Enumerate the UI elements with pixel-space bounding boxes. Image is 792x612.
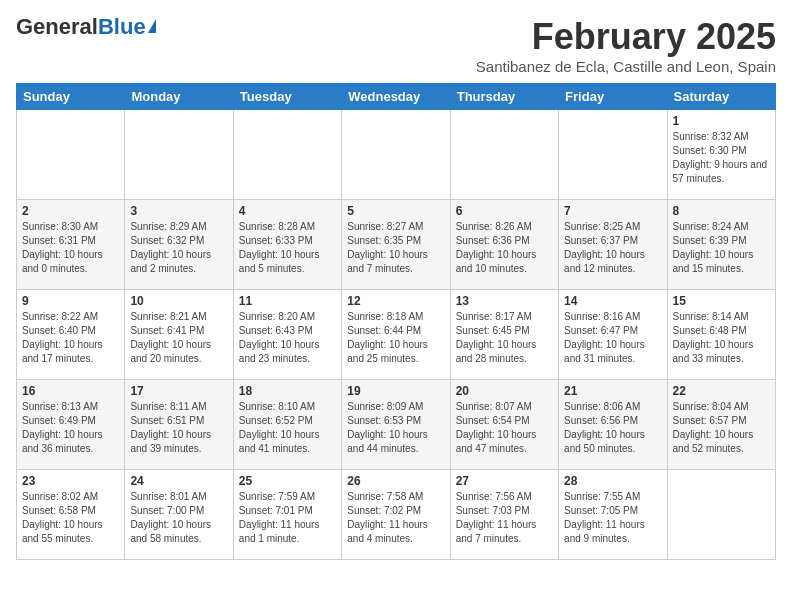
day-number: 8	[673, 204, 770, 218]
calendar-cell	[450, 110, 558, 200]
calendar-cell: 21Sunrise: 8:06 AM Sunset: 6:56 PM Dayli…	[559, 380, 667, 470]
day-info: Sunrise: 8:06 AM Sunset: 6:56 PM Dayligh…	[564, 400, 661, 456]
day-number: 15	[673, 294, 770, 308]
day-number: 24	[130, 474, 227, 488]
weekday-header: Wednesday	[342, 84, 450, 110]
day-number: 19	[347, 384, 444, 398]
calendar-cell	[125, 110, 233, 200]
day-number: 12	[347, 294, 444, 308]
day-info: Sunrise: 8:24 AM Sunset: 6:39 PM Dayligh…	[673, 220, 770, 276]
weekday-header: Tuesday	[233, 84, 341, 110]
calendar-cell: 3Sunrise: 8:29 AM Sunset: 6:32 PM Daylig…	[125, 200, 233, 290]
day-number: 16	[22, 384, 119, 398]
calendar-week-row: 9Sunrise: 8:22 AM Sunset: 6:40 PM Daylig…	[17, 290, 776, 380]
calendar-cell: 2Sunrise: 8:30 AM Sunset: 6:31 PM Daylig…	[17, 200, 125, 290]
day-info: Sunrise: 8:32 AM Sunset: 6:30 PM Dayligh…	[673, 130, 770, 186]
day-info: Sunrise: 8:29 AM Sunset: 6:32 PM Dayligh…	[130, 220, 227, 276]
day-info: Sunrise: 7:56 AM Sunset: 7:03 PM Dayligh…	[456, 490, 553, 546]
calendar-cell: 4Sunrise: 8:28 AM Sunset: 6:33 PM Daylig…	[233, 200, 341, 290]
calendar-cell: 6Sunrise: 8:26 AM Sunset: 6:36 PM Daylig…	[450, 200, 558, 290]
day-number: 14	[564, 294, 661, 308]
day-number: 27	[456, 474, 553, 488]
calendar-cell	[233, 110, 341, 200]
calendar-cell: 26Sunrise: 7:58 AM Sunset: 7:02 PM Dayli…	[342, 470, 450, 560]
day-info: Sunrise: 8:01 AM Sunset: 7:00 PM Dayligh…	[130, 490, 227, 546]
day-info: Sunrise: 8:11 AM Sunset: 6:51 PM Dayligh…	[130, 400, 227, 456]
day-number: 18	[239, 384, 336, 398]
calendar-cell: 9Sunrise: 8:22 AM Sunset: 6:40 PM Daylig…	[17, 290, 125, 380]
month-title: February 2025	[476, 16, 776, 58]
calendar-cell: 7Sunrise: 8:25 AM Sunset: 6:37 PM Daylig…	[559, 200, 667, 290]
day-number: 11	[239, 294, 336, 308]
logo: General Blue	[16, 16, 156, 38]
day-info: Sunrise: 8:25 AM Sunset: 6:37 PM Dayligh…	[564, 220, 661, 276]
day-number: 22	[673, 384, 770, 398]
day-info: Sunrise: 8:18 AM Sunset: 6:44 PM Dayligh…	[347, 310, 444, 366]
day-info: Sunrise: 8:16 AM Sunset: 6:47 PM Dayligh…	[564, 310, 661, 366]
day-info: Sunrise: 8:17 AM Sunset: 6:45 PM Dayligh…	[456, 310, 553, 366]
day-number: 10	[130, 294, 227, 308]
calendar-table: SundayMondayTuesdayWednesdayThursdayFrid…	[16, 83, 776, 560]
day-number: 20	[456, 384, 553, 398]
day-number: 1	[673, 114, 770, 128]
calendar-cell: 28Sunrise: 7:55 AM Sunset: 7:05 PM Dayli…	[559, 470, 667, 560]
calendar-cell: 18Sunrise: 8:10 AM Sunset: 6:52 PM Dayli…	[233, 380, 341, 470]
day-number: 23	[22, 474, 119, 488]
day-number: 3	[130, 204, 227, 218]
calendar-week-row: 16Sunrise: 8:13 AM Sunset: 6:49 PM Dayli…	[17, 380, 776, 470]
day-number: 13	[456, 294, 553, 308]
calendar-cell	[667, 470, 775, 560]
day-info: Sunrise: 8:22 AM Sunset: 6:40 PM Dayligh…	[22, 310, 119, 366]
weekday-header: Sunday	[17, 84, 125, 110]
calendar-cell: 13Sunrise: 8:17 AM Sunset: 6:45 PM Dayli…	[450, 290, 558, 380]
calendar-cell: 12Sunrise: 8:18 AM Sunset: 6:44 PM Dayli…	[342, 290, 450, 380]
day-info: Sunrise: 8:30 AM Sunset: 6:31 PM Dayligh…	[22, 220, 119, 276]
calendar-cell: 25Sunrise: 7:59 AM Sunset: 7:01 PM Dayli…	[233, 470, 341, 560]
day-number: 7	[564, 204, 661, 218]
calendar-cell: 19Sunrise: 8:09 AM Sunset: 6:53 PM Dayli…	[342, 380, 450, 470]
day-info: Sunrise: 8:21 AM Sunset: 6:41 PM Dayligh…	[130, 310, 227, 366]
day-info: Sunrise: 8:28 AM Sunset: 6:33 PM Dayligh…	[239, 220, 336, 276]
calendar-cell	[17, 110, 125, 200]
calendar-cell: 14Sunrise: 8:16 AM Sunset: 6:47 PM Dayli…	[559, 290, 667, 380]
calendar-cell: 10Sunrise: 8:21 AM Sunset: 6:41 PM Dayli…	[125, 290, 233, 380]
day-info: Sunrise: 7:59 AM Sunset: 7:01 PM Dayligh…	[239, 490, 336, 546]
day-number: 4	[239, 204, 336, 218]
day-info: Sunrise: 8:07 AM Sunset: 6:54 PM Dayligh…	[456, 400, 553, 456]
weekday-header: Saturday	[667, 84, 775, 110]
calendar-cell: 23Sunrise: 8:02 AM Sunset: 6:58 PM Dayli…	[17, 470, 125, 560]
day-number: 5	[347, 204, 444, 218]
weekday-header: Monday	[125, 84, 233, 110]
calendar-cell: 1Sunrise: 8:32 AM Sunset: 6:30 PM Daylig…	[667, 110, 775, 200]
day-number: 2	[22, 204, 119, 218]
title-block: February 2025 Santibanez de Ecla, Castil…	[476, 16, 776, 75]
day-info: Sunrise: 8:10 AM Sunset: 6:52 PM Dayligh…	[239, 400, 336, 456]
weekday-header-row: SundayMondayTuesdayWednesdayThursdayFrid…	[17, 84, 776, 110]
calendar-cell: 8Sunrise: 8:24 AM Sunset: 6:39 PM Daylig…	[667, 200, 775, 290]
calendar-cell: 16Sunrise: 8:13 AM Sunset: 6:49 PM Dayli…	[17, 380, 125, 470]
day-number: 28	[564, 474, 661, 488]
day-number: 17	[130, 384, 227, 398]
calendar-cell: 24Sunrise: 8:01 AM Sunset: 7:00 PM Dayli…	[125, 470, 233, 560]
calendar-week-row: 2Sunrise: 8:30 AM Sunset: 6:31 PM Daylig…	[17, 200, 776, 290]
location-subtitle: Santibanez de Ecla, Castille and Leon, S…	[476, 58, 776, 75]
page-header: General Blue February 2025 Santibanez de…	[16, 16, 776, 75]
day-info: Sunrise: 8:09 AM Sunset: 6:53 PM Dayligh…	[347, 400, 444, 456]
calendar-cell: 17Sunrise: 8:11 AM Sunset: 6:51 PM Dayli…	[125, 380, 233, 470]
day-info: Sunrise: 7:58 AM Sunset: 7:02 PM Dayligh…	[347, 490, 444, 546]
calendar-cell: 20Sunrise: 8:07 AM Sunset: 6:54 PM Dayli…	[450, 380, 558, 470]
calendar-cell: 15Sunrise: 8:14 AM Sunset: 6:48 PM Dayli…	[667, 290, 775, 380]
day-info: Sunrise: 8:27 AM Sunset: 6:35 PM Dayligh…	[347, 220, 444, 276]
day-number: 21	[564, 384, 661, 398]
logo-icon	[148, 19, 156, 33]
day-number: 9	[22, 294, 119, 308]
calendar-cell: 5Sunrise: 8:27 AM Sunset: 6:35 PM Daylig…	[342, 200, 450, 290]
calendar-cell	[559, 110, 667, 200]
calendar-cell: 27Sunrise: 7:56 AM Sunset: 7:03 PM Dayli…	[450, 470, 558, 560]
day-info: Sunrise: 8:20 AM Sunset: 6:43 PM Dayligh…	[239, 310, 336, 366]
day-info: Sunrise: 8:13 AM Sunset: 6:49 PM Dayligh…	[22, 400, 119, 456]
day-info: Sunrise: 8:02 AM Sunset: 6:58 PM Dayligh…	[22, 490, 119, 546]
day-number: 26	[347, 474, 444, 488]
weekday-header: Thursday	[450, 84, 558, 110]
day-info: Sunrise: 7:55 AM Sunset: 7:05 PM Dayligh…	[564, 490, 661, 546]
